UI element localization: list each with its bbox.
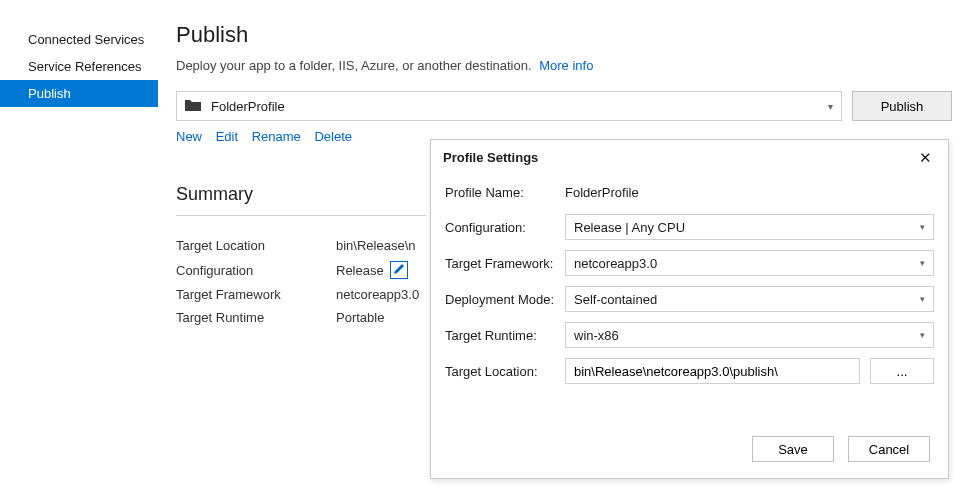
dialog-close-button[interactable]: ✕ <box>915 148 936 167</box>
page-title: Publish <box>176 22 952 48</box>
summary-label-target-runtime: Target Runtime <box>176 310 336 325</box>
target-runtime-select-value: win-x86 <box>574 328 619 343</box>
configuration-select-value: Release | Any CPU <box>574 220 685 235</box>
cancel-button[interactable]: Cancel <box>848 436 930 462</box>
save-button[interactable]: Save <box>752 436 834 462</box>
page-subtitle-text: Deploy your app to a folder, IIS, Azure,… <box>176 58 532 73</box>
deployment-mode-select[interactable]: Self-contained ▾ <box>565 286 934 312</box>
sidebar: Connected Services Service References Pu… <box>0 0 158 504</box>
page-subtitle: Deploy your app to a folder, IIS, Azure,… <box>176 58 952 73</box>
target-framework-select-value: netcoreapp3.0 <box>574 256 657 271</box>
chevron-down-icon: ▾ <box>828 101 833 112</box>
edit-link[interactable]: Edit <box>216 129 238 144</box>
close-icon: ✕ <box>919 149 932 166</box>
target-runtime-select[interactable]: win-x86 ▾ <box>565 322 934 348</box>
rename-link[interactable]: Rename <box>252 129 301 144</box>
pencil-icon <box>393 263 405 278</box>
publish-button[interactable]: Publish <box>852 91 952 121</box>
edit-configuration-button[interactable] <box>390 261 408 279</box>
label-target-location: Target Location: <box>445 364 565 379</box>
summary-value-target-runtime: Portable <box>336 310 384 325</box>
summary-value-target-framework: netcoreapp3.0 <box>336 287 419 302</box>
target-location-input[interactable] <box>565 358 860 384</box>
sidebar-item-connected-services[interactable]: Connected Services <box>0 26 158 53</box>
delete-link[interactable]: Delete <box>314 129 352 144</box>
chevron-down-icon: ▾ <box>920 330 925 340</box>
label-target-runtime: Target Runtime: <box>445 328 565 343</box>
folder-icon <box>185 99 211 114</box>
summary-title: Summary <box>176 184 426 216</box>
label-deployment-mode: Deployment Mode: <box>445 292 565 307</box>
chevron-down-icon: ▾ <box>920 222 925 232</box>
profile-settings-dialog: Profile Settings ✕ Profile Name: FolderP… <box>430 139 949 479</box>
value-profile-name: FolderProfile <box>565 181 639 204</box>
summary-value-target-location: bin\Release\n <box>336 238 416 253</box>
label-profile-name: Profile Name: <box>445 185 565 200</box>
chevron-down-icon: ▾ <box>920 294 925 304</box>
profile-selected-label: FolderProfile <box>211 99 285 114</box>
target-framework-select[interactable]: netcoreapp3.0 ▾ <box>565 250 934 276</box>
summary-label-target-framework: Target Framework <box>176 287 336 302</box>
configuration-select[interactable]: Release | Any CPU ▾ <box>565 214 934 240</box>
deployment-mode-select-value: Self-contained <box>574 292 657 307</box>
new-link[interactable]: New <box>176 129 202 144</box>
summary-label-target-location: Target Location <box>176 238 336 253</box>
summary-value-configuration: Release <box>336 263 384 278</box>
sidebar-item-service-references[interactable]: Service References <box>0 53 158 80</box>
dialog-title: Profile Settings <box>443 150 538 165</box>
label-configuration: Configuration: <box>445 220 565 235</box>
profile-select[interactable]: FolderProfile ▾ <box>176 91 842 121</box>
summary-label-configuration: Configuration <box>176 263 336 278</box>
browse-button[interactable]: ... <box>870 358 934 384</box>
sidebar-item-publish[interactable]: Publish <box>0 80 158 107</box>
chevron-down-icon: ▾ <box>920 258 925 268</box>
more-info-link[interactable]: More info <box>539 58 593 73</box>
label-target-framework: Target Framework: <box>445 256 565 271</box>
